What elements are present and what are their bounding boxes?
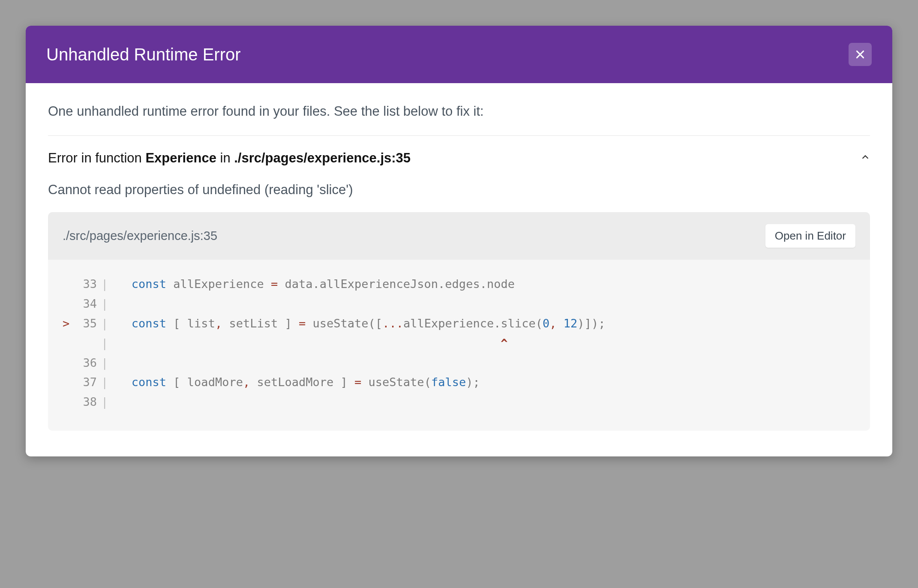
gutter-line-number: 37 — [75, 372, 97, 392]
chevron-up-icon — [861, 153, 870, 162]
gutter-line-number: 38 — [75, 392, 97, 412]
gutter-pipe: | — [97, 353, 117, 373]
gutter-pipe: | — [97, 392, 117, 412]
gutter-marker: > — [63, 314, 75, 333]
error-prefix: Error in function — [48, 150, 145, 165]
gutter-marker — [63, 274, 75, 294]
gutter-pipe: | — [97, 274, 117, 294]
error-overlay-card: Unhandled Runtime Error One unhandled ru… — [26, 26, 892, 456]
code-content: const allExperience = data.allExperience… — [117, 274, 515, 294]
close-button[interactable] — [849, 43, 872, 66]
error-mid: in — [216, 150, 234, 165]
code-line: 36| — [63, 353, 855, 373]
divider — [48, 135, 870, 136]
gutter-line-number — [75, 333, 97, 353]
close-icon — [855, 49, 866, 60]
code-line: 37| const [ loadMore, setLoadMore ] = us… — [63, 372, 855, 392]
gutter-marker — [63, 333, 75, 353]
gutter-marker — [63, 392, 75, 412]
file-bar: ./src/pages/experience.js:35 Open in Edi… — [48, 212, 870, 260]
error-file-loc: ./src/pages/experience.js:35 — [234, 150, 411, 165]
code-line: >35| const [ list, setList ] = useState(… — [63, 314, 855, 333]
gutter-pipe: | — [97, 333, 117, 353]
error-title: Error in function Experience in ./src/pa… — [48, 150, 411, 166]
error-title-row[interactable]: Error in function Experience in ./src/pa… — [48, 150, 870, 166]
code-line: | ^ — [63, 333, 855, 353]
gutter-line-number: 35 — [75, 314, 97, 333]
code-content: const [ loadMore, setLoadMore ] = useSta… — [117, 372, 480, 392]
file-path: ./src/pages/experience.js:35 — [63, 229, 217, 243]
gutter-line-number: 36 — [75, 353, 97, 373]
code-line: 34| — [63, 294, 855, 314]
gutter-pipe: | — [97, 314, 117, 333]
overlay-header: Unhandled Runtime Error — [26, 26, 892, 83]
code-content: ^ — [117, 333, 507, 353]
code-line: 38| — [63, 392, 855, 412]
gutter-pipe: | — [97, 372, 117, 392]
overlay-body: One unhandled runtime error found in you… — [26, 83, 892, 456]
code-line: 33| const allExperience = data.allExperi… — [63, 274, 855, 294]
open-in-editor-button[interactable]: Open in Editor — [765, 224, 855, 248]
gutter-marker — [63, 353, 75, 373]
gutter-line-number: 33 — [75, 274, 97, 294]
code-content: const [ list, setList ] = useState([...a… — [117, 314, 605, 333]
code-block: 33| const allExperience = data.allExperi… — [48, 260, 870, 431]
overlay-title: Unhandled Runtime Error — [46, 45, 241, 64]
error-message: Cannot read properties of undefined (rea… — [48, 182, 870, 198]
gutter-marker — [63, 294, 75, 314]
error-function-name: Experience — [145, 150, 216, 165]
gutter-line-number: 34 — [75, 294, 97, 314]
gutter-marker — [63, 372, 75, 392]
gutter-pipe: | — [97, 294, 117, 314]
intro-text: One unhandled runtime error found in you… — [48, 104, 870, 119]
collapse-toggle[interactable] — [861, 153, 870, 164]
